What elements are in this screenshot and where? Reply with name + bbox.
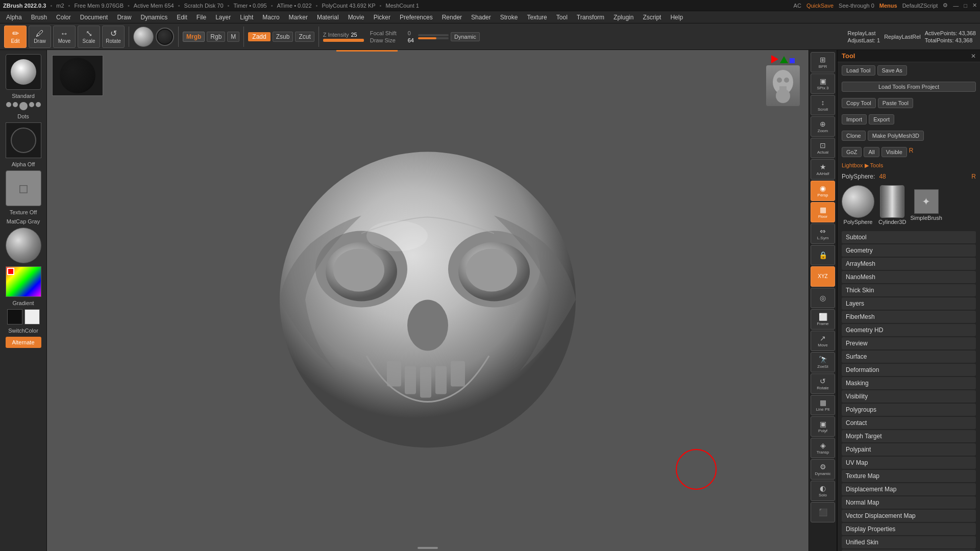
floor-btn[interactable]: ▦ Floor	[811, 202, 835, 222]
section-polypaint[interactable]: Polypaint	[842, 443, 976, 456]
section-polygroups[interactable]: Polygroups	[842, 404, 976, 416]
material-sphere[interactable]	[133, 27, 154, 47]
menu-item-light[interactable]: Light	[236, 13, 257, 22]
move-button[interactable]: ↔ Move	[53, 26, 76, 48]
section-displacement-map[interactable]: Displacement Map	[842, 483, 976, 495]
transp-btn[interactable]: ◈ Transp	[811, 438, 835, 458]
draw-button[interactable]: 🖊 Draw	[29, 26, 51, 48]
section-fibermesh[interactable]: FiberMesh	[842, 311, 976, 323]
scale-button[interactable]: ⤡ Scale	[78, 26, 100, 48]
render-flat-btn[interactable]	[156, 28, 174, 46]
texture-preview[interactable]: ◻	[6, 170, 41, 206]
matcap-preview[interactable]	[6, 228, 41, 263]
m-toggle[interactable]: M	[227, 32, 239, 42]
draw-size-slider[interactable]	[418, 37, 449, 39]
menu-item-preferences[interactable]: Preferences	[396, 13, 437, 22]
zadd-btn[interactable]: Zadd	[248, 32, 270, 41]
cylinder-icon[interactable]	[880, 185, 904, 218]
rotate-button[interactable]: ↺ Rotate	[102, 26, 125, 48]
menu-item-picker[interactable]: Picker	[370, 13, 395, 22]
menu-item-zplugin[interactable]: Zplugin	[609, 13, 638, 22]
see-through[interactable]: See-through 0	[839, 3, 874, 9]
section-preview[interactable]: Preview	[842, 337, 976, 349]
dot-btn[interactable]: ◎	[811, 288, 835, 308]
scroll-btn[interactable]: ↕ Scroll	[811, 95, 835, 115]
r-btn[interactable]: R	[909, 147, 914, 157]
load-tools-btn[interactable]: Load Tools From Project	[842, 82, 976, 92]
zcut-btn[interactable]: Zcut	[295, 32, 314, 42]
gradient-black[interactable]	[7, 309, 22, 324]
aahalf-btn[interactable]: ★ AAHalf	[811, 159, 835, 180]
frame-btn[interactable]: ⬜ Frame	[811, 309, 835, 330]
poly-r[interactable]: R	[971, 173, 976, 180]
section-arraymesh[interactable]: ArrayMesh	[842, 258, 976, 270]
section-nanomesh[interactable]: NanoMesh	[842, 271, 976, 283]
section-normal-map[interactable]: Normal Map	[842, 496, 976, 509]
section-display-properties[interactable]: Display Properties	[842, 523, 976, 535]
polyf-btn[interactable]: ▣ Polyf	[811, 416, 835, 437]
actual-btn[interactable]: ⊡ Actual	[811, 138, 835, 158]
zoest-btn[interactable]: 🔭 ZoeSt	[811, 352, 835, 372]
section-contact[interactable]: Contact	[842, 417, 976, 429]
spix-btn[interactable]: ▣ SPix 3	[811, 73, 835, 94]
menu-item-help[interactable]: Help	[666, 13, 687, 22]
visible-btn[interactable]: Visible	[881, 147, 907, 157]
menu-item-brush[interactable]: Brush	[27, 13, 51, 22]
menu-item-layer[interactable]: Layer	[211, 13, 235, 22]
menu-item-document[interactable]: Document	[76, 13, 112, 22]
alternate-btn[interactable]: Alternate	[6, 337, 41, 348]
make-polymesh-btn[interactable]: Make PolyMesh3D	[868, 131, 924, 141]
section-uv-map[interactable]: UV Map	[842, 457, 976, 469]
section-geometry-hd[interactable]: Geometry HD	[842, 324, 976, 336]
section-thick-skin[interactable]: Thick Skin	[842, 284, 976, 296]
section-subtool[interactable]: Subtool	[842, 231, 976, 243]
menu-item-dynamics[interactable]: Dynamics	[136, 13, 172, 22]
gradient-white[interactable]	[24, 309, 40, 324]
load-tool-btn[interactable]: Load Tool	[842, 65, 875, 76]
menu-item-tool[interactable]: Tool	[552, 13, 572, 22]
menu-item-file[interactable]: File	[192, 13, 210, 22]
section-vector-displacement-map[interactable]: Vector Displacement Map	[842, 510, 976, 522]
focal-slider[interactable]	[418, 34, 449, 36]
export-btn[interactable]: Export	[869, 114, 894, 124]
save-as-btn[interactable]: Save As	[877, 65, 907, 76]
polysphere-icon[interactable]	[842, 185, 874, 218]
brush-preview[interactable]	[6, 54, 41, 90]
lineplt-btn[interactable]: ▦ Line Plt	[811, 395, 835, 415]
goz-btn[interactable]: GoZ	[842, 147, 862, 157]
menu-item-marker[interactable]: Marker	[285, 13, 312, 22]
paste-tool-btn[interactable]: Paste Tool	[878, 98, 913, 108]
menu-item-edit[interactable]: Edit	[173, 13, 191, 22]
section-unified-skin[interactable]: Unified Skin	[842, 536, 976, 548]
menu-item-shader[interactable]: Shader	[467, 13, 495, 22]
clone-btn[interactable]: Clone	[842, 131, 866, 141]
z-intensity-bar[interactable]	[323, 39, 364, 42]
menu-item-zscript[interactable]: Zscript	[639, 13, 665, 22]
mrgb-toggle[interactable]: Mrgb	[183, 32, 205, 42]
material-swatch[interactable]	[52, 55, 103, 96]
lightbox-row[interactable]: Lightbox ▶ Tools	[838, 160, 980, 171]
zsub-btn[interactable]: Zsub	[273, 32, 293, 42]
panel-close[interactable]: ✕	[971, 53, 976, 60]
menu-item-movie[interactable]: Movie	[344, 13, 369, 22]
section-deformation[interactable]: Deformation	[842, 364, 976, 376]
rotate-cam-btn[interactable]: ↺ Rotate	[811, 373, 835, 394]
menus-btn[interactable]: Menus	[879, 3, 897, 9]
section-morph-target[interactable]: Morph Target	[842, 430, 976, 442]
section-surface[interactable]: Surface	[842, 350, 976, 363]
simplebrush-icon[interactable]: ✦	[914, 189, 939, 214]
menu-item-alpha[interactable]: Alpha	[2, 13, 26, 22]
move-btn[interactable]: ↗ Move	[811, 331, 835, 351]
section-visibility[interactable]: Visibility	[842, 390, 976, 403]
menu-item-color[interactable]: Color	[52, 13, 75, 22]
menu-item-transform[interactable]: Transform	[573, 13, 608, 22]
lock-btn[interactable]: 🔒	[811, 245, 835, 265]
menu-item-stroke[interactable]: Stroke	[496, 13, 522, 22]
quicksave-btn[interactable]: QuickSave	[806, 3, 834, 9]
copy-tool-btn[interactable]: Copy Tool	[842, 98, 876, 108]
persp-btn[interactable]: ◉ Persp	[811, 181, 835, 201]
lsym-btn[interactable]: ⇔ L.Sym	[811, 223, 835, 244]
default-zscript[interactable]: DefaultZScript	[902, 3, 938, 9]
extra-ri-btn[interactable]: ⬛	[811, 502, 835, 522]
dynamic-btn[interactable]: Dynamic	[451, 32, 480, 41]
